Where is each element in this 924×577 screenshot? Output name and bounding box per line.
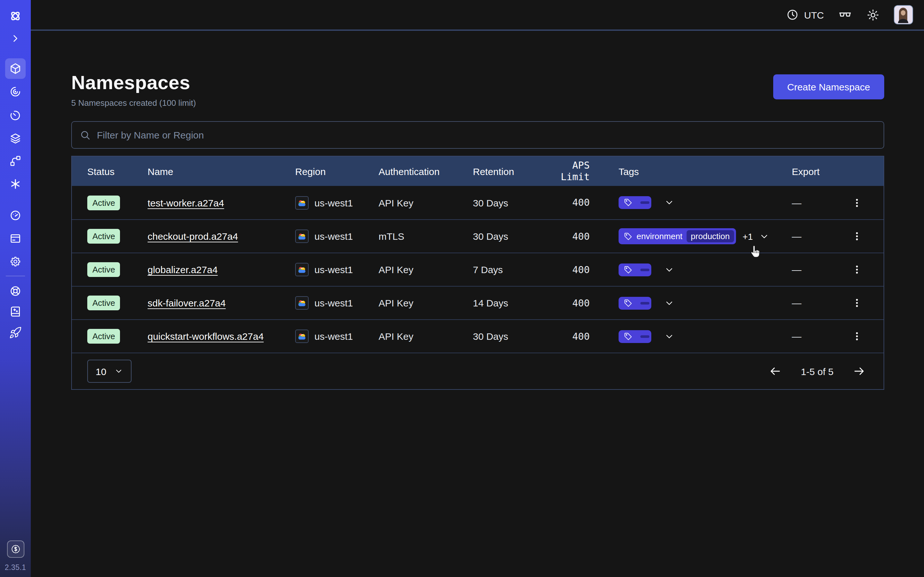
tags-cell (590, 263, 792, 276)
app-window: 2.35.1 UTC (0, 0, 924, 577)
tag-icon (624, 265, 633, 274)
topbar: UTC (31, 0, 924, 31)
sidebar-item-timer-icon[interactable] (5, 105, 26, 126)
tag-value (640, 301, 649, 304)
next-page-arrow-icon[interactable] (850, 362, 868, 380)
namespace-link[interactable]: sdk-failover.a27a4 (148, 298, 226, 308)
sidebar-item-lifebuoy-icon[interactable] (5, 281, 26, 301)
tags-expand-chevron-icon[interactable] (664, 264, 674, 275)
export-cell: — (792, 231, 829, 242)
temporal-logo-icon[interactable] (5, 6, 26, 26)
table-row[interactable]: Active globalizer.a27a4 us-west1 API Key… (72, 253, 884, 286)
aps-limit-cell: 400 (545, 297, 590, 309)
tag-icon (624, 232, 633, 241)
gcp-cloud-icon (295, 196, 309, 210)
export-cell: — (792, 197, 829, 208)
sidebar-item-gauge-icon[interactable] (5, 205, 26, 226)
tags-cell (590, 297, 792, 309)
clock-icon (786, 8, 799, 21)
tag-key: environment (636, 231, 682, 241)
tag-icon (624, 332, 633, 341)
status-cell: Active (72, 295, 148, 310)
sidebar-item-layers-icon[interactable] (5, 128, 26, 149)
app-version: 2.35.1 (5, 564, 26, 571)
page-size-select[interactable]: 10 (87, 359, 131, 383)
name-cell: quickstart-workflows.a27a4 (148, 331, 295, 342)
tag-pill[interactable] (619, 196, 651, 209)
tags-expand-chevron-icon[interactable] (664, 298, 674, 308)
create-namespace-button[interactable]: Create Namespace (773, 74, 884, 99)
column-header-aps-limit: APS Limit (545, 160, 590, 183)
tags-expand-chevron-icon[interactable] (664, 331, 674, 342)
status-badge: Active (87, 229, 120, 243)
theme-sun-icon[interactable] (866, 8, 880, 21)
region-cell: us-west1 (295, 330, 379, 343)
search-input[interactable] (97, 129, 876, 140)
tag-pill[interactable] (619, 263, 651, 276)
aps-limit-cell: 400 (545, 197, 590, 208)
gcp-cloud-icon (295, 330, 309, 343)
sidebar-item-asterisk-icon[interactable] (5, 174, 26, 194)
namespace-link[interactable]: quickstart-workflows.a27a4 (148, 331, 264, 342)
billing-dollar-badge-icon[interactable] (7, 540, 24, 558)
sidebar-item-rocket-icon[interactable] (5, 322, 26, 343)
namespace-link[interactable]: checkout-prod.a27a4 (148, 231, 238, 242)
table-row[interactable]: Active quickstart-workflows.a27a4 us-wes… (72, 319, 884, 353)
glasses-icon[interactable] (838, 8, 852, 22)
sidebar-item-card-icon[interactable] (5, 228, 26, 249)
row-menu-kebab-icon[interactable] (848, 327, 866, 345)
namespace-link[interactable]: globalizer.a27a4 (148, 264, 218, 275)
status-badge: Active (87, 262, 120, 277)
page-size-value: 10 (95, 366, 106, 377)
tags-expand-chevron-icon[interactable] (759, 231, 769, 242)
sidebar-item-cube-icon[interactable] (5, 58, 26, 79)
row-menu-kebab-icon[interactable] (848, 294, 866, 312)
page-title: Namespaces (71, 72, 196, 93)
tag-group (619, 297, 674, 309)
namespace-link[interactable]: test-worker.a27a4 (148, 197, 224, 208)
row-menu-kebab-icon[interactable] (848, 193, 866, 211)
user-avatar[interactable] (894, 5, 913, 24)
region-label: us-west1 (314, 197, 353, 208)
region-label: us-west1 (314, 298, 353, 308)
row-menu-kebab-icon[interactable] (848, 261, 866, 279)
tags-cell: environment production +1 (590, 228, 792, 244)
sidebar-item-branch-icon[interactable] (5, 151, 26, 171)
aps-limit-cell: 400 (545, 230, 590, 242)
timezone-label: UTC (804, 9, 824, 20)
tag-pill[interactable] (619, 297, 651, 309)
tag-group (619, 330, 674, 343)
authentication-cell: API Key (379, 331, 473, 342)
authentication-cell: API Key (379, 298, 473, 308)
table-row[interactable]: Active test-worker.a27a4 us-west1 API Ke… (72, 186, 884, 219)
tag-pill[interactable] (619, 330, 651, 343)
previous-page-arrow-icon[interactable] (766, 362, 784, 380)
status-cell: Active (72, 195, 148, 210)
sidebar-item-gear-icon[interactable] (5, 251, 26, 272)
retention-cell: 30 Days (473, 231, 545, 242)
pager-range: 1-5 of 5 (801, 366, 834, 377)
sidebar-item-book-icon[interactable] (5, 301, 26, 322)
sidebar-expand-chevron-icon[interactable] (5, 28, 26, 49)
table-row[interactable]: Active checkout-prod.a27a4 us-west1 mTLS… (72, 219, 884, 253)
status-cell: Active (72, 262, 148, 277)
tags-expand-chevron-icon[interactable] (664, 197, 674, 208)
tag-value: production (686, 230, 734, 242)
status-badge: Active (87, 195, 120, 210)
tag-pill[interactable]: environment production (619, 228, 736, 244)
retention-cell: 14 Days (473, 298, 545, 308)
tags-cell (590, 330, 792, 343)
sidebar-item-spiral-icon[interactable] (5, 81, 26, 102)
aps-limit-cell: 400 (545, 330, 590, 342)
table-header-row: Status Name Region Authentication Retent… (72, 156, 884, 186)
page-header: Namespaces 5 Namespaces created (100 lim… (71, 72, 884, 108)
namespaces-table: Status Name Region Authentication Retent… (71, 156, 884, 390)
timezone-selector[interactable]: UTC (786, 8, 824, 21)
table-row[interactable]: Active sdk-failover.a27a4 us-west1 API K… (72, 286, 884, 319)
region-cell: us-west1 (295, 263, 379, 276)
page-subtitle: 5 Namespaces created (100 limit) (71, 98, 196, 108)
row-menu-kebab-icon[interactable] (848, 227, 866, 245)
actions-cell (829, 327, 885, 345)
tags-cell (590, 196, 792, 209)
aps-limit-cell: 400 (545, 264, 590, 276)
